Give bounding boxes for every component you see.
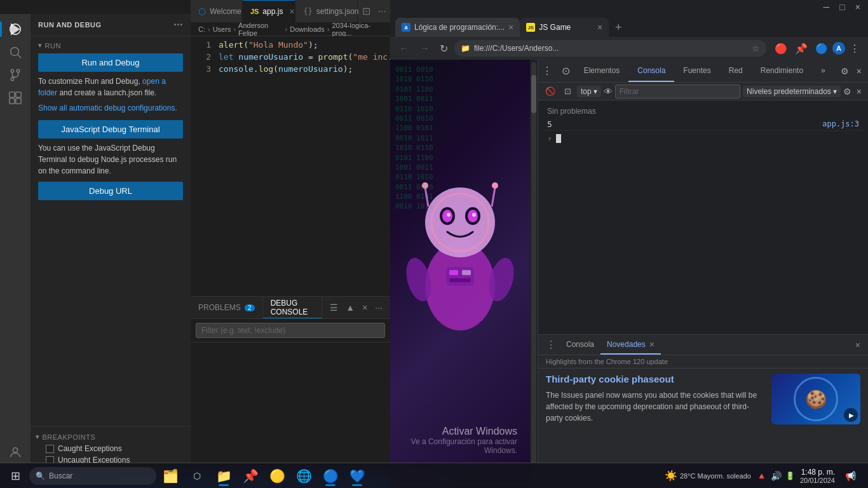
sys-icons: 🔺 🔊 🔋 — [756, 471, 795, 481]
taskbar-app-chromium[interactable]: 🔵 — [318, 464, 343, 487]
devtools-toggle[interactable]: ⋮ — [538, 60, 557, 82]
address-bar[interactable]: 📁 file:///C:/Users/Anderso... ☆ — [454, 40, 766, 57]
taskbar-app-explorer[interactable]: 📁 — [211, 464, 236, 487]
browser-scrollbar[interactable] — [530, 60, 538, 480]
bc-3[interactable]: Downloads — [290, 25, 324, 33]
taskbar-app-yellow[interactable]: 🟡 — [264, 464, 290, 487]
dt-tab-rendimiento[interactable]: Rendimiento — [752, 60, 812, 82]
taskbar-task-view[interactable]: 🗂️ — [158, 464, 183, 487]
console-filter-input[interactable] — [615, 85, 740, 98]
novedades-more-btn[interactable]: ⋮ — [542, 335, 560, 355]
editor-text-area[interactable]: alert("Hola Mundo"); let numeroUsuario =… — [216, 36, 390, 296]
breakpoints-header[interactable]: ▾ BREAKPOINTS — [36, 431, 186, 443]
caught-checkbox[interactable] — [46, 445, 54, 453]
refresh-btn[interactable]: ↻ — [436, 40, 452, 57]
output-link[interactable]: app.js:3 — [822, 119, 859, 128]
notifications-btn[interactable]: 📢 — [840, 467, 860, 485]
battery-icon[interactable]: 🔋 — [785, 471, 795, 480]
console-close-btn[interactable]: × — [854, 85, 864, 98]
back-btn[interactable]: ← — [395, 40, 413, 57]
scrollbar-thumb[interactable] — [531, 75, 536, 113]
video-play-btn[interactable]: ▶ — [844, 408, 858, 422]
nov-tab-consola[interactable]: Consola — [560, 335, 600, 355]
activity-accounts[interactable] — [5, 442, 25, 463]
show-debug-configs-link[interactable]: Show all automatic debug configurations. — [38, 104, 183, 112]
levels-dropdown[interactable]: Niveles predeterminados ▾ — [743, 86, 841, 97]
browser-close-btn[interactable]: × — [850, 1, 865, 13]
tab-welcome[interactable]: ⬡ Welcome — [191, 0, 243, 22]
tab-debug-console[interactable]: DEBUG CONSOLE — [263, 297, 323, 318]
debug-url-button[interactable]: Debug URL — [38, 182, 183, 200]
tab-appjs[interactable]: JS app.js × — [243, 0, 295, 22]
nov-article-title[interactable]: Third-party cookie phaseout — [546, 374, 764, 384]
tab-overflow-btn[interactable]: ··· — [374, 0, 390, 22]
start-btn[interactable]: ⊞ — [3, 466, 28, 486]
settings-tab-label: settings.json — [316, 7, 359, 16]
nov-close-btn[interactable]: × — [649, 339, 654, 349]
activity-run-debug[interactable] — [5, 19, 25, 39]
close-panel-btn[interactable]: × — [360, 301, 370, 314]
bookmark-btn[interactable]: ☆ — [752, 43, 760, 53]
console-prompt[interactable]: › — [543, 131, 863, 146]
browser-minimize-btn[interactable]: ─ — [818, 1, 834, 13]
browser-tab-0[interactable]: a Lógica de programación:... × — [395, 18, 520, 37]
top-selector[interactable]: top ▾ — [577, 86, 601, 97]
dt-settings-btn[interactable]: ⚙ — [838, 65, 851, 78]
tab-0-close[interactable]: × — [508, 22, 513, 32]
devtools-circle-btn[interactable]: ⊙ — [557, 60, 575, 82]
nov-tab-novedades[interactable]: Novedades × — [600, 335, 661, 355]
bc-2[interactable]: Anderson Felipe — [238, 22, 283, 37]
ext-btn-2[interactable]: 📌 — [792, 41, 811, 57]
dt-tab-elementos[interactable]: Elementos — [575, 60, 629, 82]
appjs-tab-close[interactable]: × — [289, 6, 294, 17]
tab-1-close[interactable]: × — [597, 22, 602, 32]
nov-thumbnail: 🍪 ▶ — [771, 374, 860, 424]
browser-maximize-btn[interactable]: □ — [834, 1, 850, 13]
panel-more-btn[interactable]: ··· — [372, 301, 385, 314]
weather-widget[interactable]: ☀️ 28°C Mayorm. soleado — [662, 470, 754, 482]
activity-search[interactable] — [5, 42, 25, 62]
ext-btn-3[interactable]: 🔵 — [812, 41, 831, 57]
volume-icon[interactable]: 🔊 — [771, 471, 782, 481]
caught-exceptions-item[interactable]: Caught Exceptions — [36, 443, 186, 454]
clock-widget[interactable]: 1:48 p. m. 20/01/2024 — [797, 468, 837, 484]
activity-extensions[interactable] — [5, 88, 25, 108]
browser-more-btn[interactable]: ⋮ — [846, 41, 863, 57]
dt-tab-consola[interactable]: Consola — [628, 60, 674, 82]
console-filter-btn[interactable]: ⊡ — [561, 85, 574, 97]
taskbar-app-pin[interactable]: 📌 — [238, 464, 263, 487]
bc-0[interactable]: C: — [198, 25, 205, 33]
sidebar-more-icon[interactable]: ··· — [173, 19, 183, 30]
dt-close-btn[interactable]: × — [854, 65, 864, 78]
eye-btn[interactable]: 👁 — [604, 86, 613, 97]
ext-btn-1[interactable]: 🔴 — [771, 41, 790, 57]
tab-settings[interactable]: {} settings.json — [295, 0, 358, 22]
clear-console-btn[interactable]: ☰ — [327, 301, 341, 314]
js-debug-terminal-button[interactable]: JavaScript Debug Terminal — [38, 120, 183, 139]
new-tab-btn[interactable]: + — [609, 18, 628, 37]
close-novedades-panel[interactable]: × — [851, 335, 864, 355]
run-and-debug-button[interactable]: Run and Debug — [38, 53, 183, 72]
console-settings-btn[interactable]: ⚙ — [843, 86, 851, 97]
dt-tab-red[interactable]: Red — [720, 60, 752, 82]
taskbar-app-chrome[interactable]: 🌐 — [291, 464, 316, 487]
browser-tab-1[interactable]: JS JS Game × — [520, 18, 609, 37]
tab-problems[interactable]: PROBLEMS 2 — [191, 297, 263, 318]
customize-text: To customize Run and Debug, open a folde… — [38, 76, 183, 98]
forward-btn[interactable]: → — [416, 40, 433, 57]
ext-btn-4[interactable]: A — [832, 42, 845, 55]
taskbar-app-widgets[interactable]: ⬡ — [184, 464, 210, 487]
network-icon[interactable]: 🔺 — [756, 471, 767, 481]
console-clear-btn[interactable]: 🚫 — [542, 85, 559, 97]
activity-source-control[interactable] — [5, 65, 25, 85]
collapse-panel-btn[interactable]: ▲ — [343, 301, 357, 314]
taskbar-app-vscode[interactable]: 💙 — [344, 464, 370, 487]
bc-4[interactable]: 2034-logica-prog... — [332, 22, 383, 37]
debug-filter-input[interactable] — [196, 323, 385, 338]
run-section-label: ▾ RUN — [38, 41, 183, 50]
dt-tab-more[interactable]: » — [812, 60, 834, 82]
split-editor-btn[interactable]: ⊡ — [358, 0, 374, 22]
dt-tab-fuentes[interactable]: Fuentes — [674, 60, 719, 82]
bc-1[interactable]: Users — [213, 25, 231, 33]
taskbar-search[interactable]: 🔍 Buscar — [29, 467, 156, 485]
